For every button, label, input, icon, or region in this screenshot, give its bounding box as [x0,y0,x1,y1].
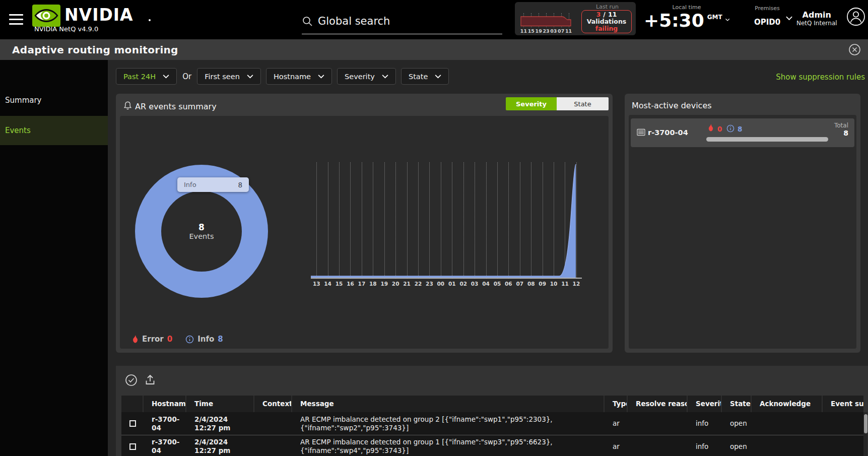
filter-dropdown-label: State [409,73,428,81]
device-row[interactable]: r-3700-04 0 8 Total 8 [631,118,854,147]
validations-card[interactable]: Last run 11151923030711 3 / 11 Validatio… [515,2,636,35]
column-header[interactable]: Type [605,396,628,412]
local-time-value: +5:30 [644,11,704,31]
events-timeline-chart[interactable]: 1314151617181920212223000102030405060708… [311,162,582,287]
chevron-down-icon[interactable] [725,18,729,22]
column-header[interactable]: Time [186,396,254,412]
premises-value: OPID0 [745,18,790,27]
mini-tick-label: 23 [543,28,550,34]
user-name: Admin [796,10,837,20]
column-header[interactable]: Severity [688,396,722,412]
legend-error-value: 0 [167,335,172,344]
tooltip-label: Info [184,181,196,188]
donut-tooltip: Info 8 [177,177,249,192]
mini-tick-label: 03 [550,28,557,34]
sidebar: Summary Events [0,60,108,456]
legend-error-label: Error [142,335,164,344]
column-header[interactable]: State [722,396,752,412]
devices-card-title: Most-active devices [632,101,712,110]
toggle-severity[interactable]: Severity [506,97,557,110]
events-table: HostnameTimeContextMessageTypeResolve re… [121,396,863,456]
device-total-label: Total [834,122,848,129]
cell-message: AR ECMP imbalance detected on group 2 [{… [292,413,605,435]
premises-widget[interactable]: Premises OPID0 [745,5,790,27]
timeline-tick-label: 14 [322,281,333,287]
or-label: Or [182,72,192,81]
chevron-down-icon[interactable] [786,16,792,21]
info-icon [726,124,735,133]
donut-center-label: Events [189,232,214,240]
cell-type: ar [605,417,628,430]
close-icon[interactable] [848,43,861,56]
timeline-tick-label: 03 [469,281,480,287]
timeline-tick-label: 06 [503,281,514,287]
local-time-widget[interactable]: Local time +5:30 GMT [644,4,729,31]
timeline-tick-label: 16 [345,281,356,287]
column-header[interactable]: Event supp [823,396,863,412]
timeline-tick-label: 18 [367,281,378,287]
table-row[interactable]: r-3700-04 2/4/2024 12:27 pm AR ECMP imba… [121,435,863,456]
timeline-tick-label: 12 [571,281,582,287]
chevron-down-icon [435,75,441,79]
device-activity-bar[interactable] [706,137,828,142]
switch-icon [637,128,645,136]
filter-row: Past 24H Or First seen Hostname Severity… [116,68,449,85]
menu-icon[interactable] [9,14,23,28]
legend-error: Error 0 [132,335,172,344]
timeline-tick-label: 01 [446,281,457,287]
timeline-tick-label: 17 [356,281,367,287]
legend-info: Info 8 [185,335,223,344]
avatar-icon[interactable] [846,7,865,26]
show-suppression-rules-link[interactable]: Show suppression rules [776,73,865,82]
filter-dropdown[interactable]: Hostname [266,68,332,85]
global-search[interactable] [302,8,502,34]
cell-acknowledge [752,421,823,426]
last-run-label: Last run [596,4,619,10]
filter-dropdown[interactable]: First seen [197,68,261,85]
export-icon[interactable] [144,374,156,386]
page-title-bar: Adaptive routing monitoring [0,39,868,60]
user-menu[interactable]: Admin NetQ Internal [786,10,837,27]
time-range-dropdown[interactable]: Past 24H [116,68,177,85]
top-bar: NVIDIA NVIDIA NetQ v4.9.0 Last run 11151… [0,0,868,39]
legend-info-value: 8 [218,335,223,344]
timeline-tick-label: 02 [457,281,469,287]
toggle-state[interactable]: State [557,97,609,110]
sidebar-item-events[interactable]: Events [0,116,108,145]
row-checkbox[interactable] [129,443,136,450]
search-input[interactable] [318,15,484,27]
filter-dropdown[interactable]: State [401,68,449,85]
table-row[interactable]: r-3700-04 2/4/2024 12:27 pm AR ECMP imba… [121,412,863,435]
local-time-timezone: GMT [707,14,722,21]
registered-mark [149,19,151,21]
column-header[interactable]: Context [254,396,292,412]
acknowledge-all-icon[interactable] [125,374,138,386]
column-header[interactable]: Acknowledge [752,396,823,412]
sidebar-item-summary[interactable]: Summary [0,88,108,113]
search-icon [302,16,313,27]
sidebar-item-label: Summary [5,96,42,105]
events-table-section: HostnameTimeContextMessageTypeResolve re… [116,366,868,456]
row-checkbox[interactable] [129,420,136,427]
timeline-tick-label: 07 [514,281,525,287]
summary-chart-panel: 8 Events Info 8 [120,116,609,349]
cell-resolve-reason [628,444,688,449]
bell-icon [123,101,132,111]
cell-state: open [722,417,752,430]
filter-dropdown[interactable]: Severity [337,68,396,85]
events-table-header: HostnameTimeContextMessageTypeResolve re… [121,396,863,412]
device-hostname: r-3700-04 [648,128,688,137]
table-scrollbar-thumb[interactable] [864,414,867,433]
legend-info-label: Info [197,335,214,344]
device-error-count: 0 [717,125,722,133]
time-range-value: Past 24H [123,73,156,81]
cell-time: 2/4/2024 12:27 pm [186,413,254,435]
column-header[interactable]: Hostname [144,396,186,412]
column-header[interactable]: Resolve reason [628,396,688,412]
cell-state: open [722,440,752,453]
timeline-tick-label: 04 [480,281,491,287]
mini-tick-label: 15 [527,28,535,34]
column-header[interactable]: Message [292,396,605,412]
validations-status[interactable]: 3 / 11 Validations failing [581,10,632,33]
mini-tick-label: 11 [565,28,572,34]
